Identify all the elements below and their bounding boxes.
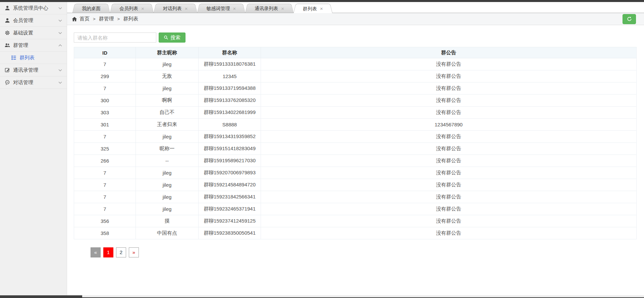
table-cell: jileg [136,167,199,179]
table-cell: 王者归来 [136,119,199,131]
tabs-container: 我的桌面会员列表×对话列表×敏感词管理×通讯录列表×群列表× [72,4,332,13]
table-cell: 没有群公告 [261,227,637,239]
table-header-row: ID群主昵称群名称群公告 [74,47,637,58]
pagination-page-2-button[interactable]: 2 [116,247,126,257]
table-cell: 没有群公告 [261,70,637,82]
table-cell: 摸 [136,215,199,227]
chevron-down-icon [58,18,62,23]
table-cell: 300 [74,95,136,107]
search-row: 搜索 [74,33,637,43]
pagination-page-1-button[interactable]: 1 [103,247,113,257]
table-cell: 303 [74,107,136,119]
table-cell: 266 [74,155,136,167]
table-cell: 群聊159237412459125 [199,215,261,227]
sidebar-item-group-management[interactable]: 群管理 [0,39,67,52]
scrollbar-thumb[interactable] [0,295,82,298]
refresh-button[interactable] [623,14,636,24]
table-cell: 群聊159232465371941 [199,203,261,215]
breadcrumb-separator: > [117,16,120,21]
search-input[interactable] [74,33,156,43]
table-row: 7jileg群聊159214584894720没有群公告 [74,179,637,191]
table-cell: 中国有点 [136,227,199,239]
table-cell: 群聊159207006979893 [199,167,261,179]
table-cell: 没有群公告 [261,155,637,167]
tab-close-icon[interactable]: × [320,6,323,11]
table-row: 7jileg群聊159232465371941没有群公告 [74,203,637,215]
home-icon [72,16,77,22]
table-row: 356摸群聊159237412459125没有群公告 [74,215,637,227]
content-area: 搜索 ID群主昵称群名称群公告 7jileg群聊159133318076381没… [67,25,644,257]
tab-sensitive-words[interactable]: 敏感词管理× [201,4,241,13]
sidebar-item-label: 通讯录管理 [13,67,38,73]
column-header: 群公告 [261,47,637,58]
table-cell: 群聊159231842566341 [199,191,261,203]
sidebar-item-member-management[interactable]: 会员管理 [0,14,67,27]
pagination: «12» [91,247,637,257]
pagination-next-button[interactable]: » [129,247,139,257]
table-cell: 7 [74,203,136,215]
tab-bar: 我的桌面会员列表×对话列表×敏感词管理×通讯录列表×群列表× [67,2,644,13]
breadcrumb-group-list: 群列表 [123,16,138,22]
table-cell: 群聊159133719594388 [199,82,261,95]
table-cell: 299 [74,70,136,82]
breadcrumb-group-management[interactable]: 群管理 [99,16,114,22]
table-cell: 群聊159238350050541 [199,227,261,239]
breadcrumb-home[interactable]: 首页 [79,16,90,22]
tab-label: 会员列表 [119,4,138,13]
search-button[interactable]: 搜索 [159,33,185,43]
search-icon [164,35,168,40]
table-cell: 7 [74,191,136,203]
chevron-down-icon [58,6,62,10]
sidebar-item-label: 群列表 [19,55,35,61]
table-cell: jileg [136,58,199,70]
breadcrumb-separator: > [93,16,96,21]
sidebar-item-admin-center[interactable]: 系统管理员中心 [0,2,67,14]
sidebar-menu: 系统管理员中心会员管理基础设置群管理群列表通讯录管理对话管理 [0,2,67,89]
table-cell: jileg [136,82,199,95]
tab-contacts-list[interactable]: 通讯录列表× [249,4,289,13]
table-cell: 没有群公告 [261,143,637,155]
table-row: 325昵称一群聊159151418283049没有群公告 [74,143,637,155]
tab-my-desktop[interactable]: 我的桌面 [76,4,106,13]
sidebar-item-contacts-management[interactable]: 通讯录管理 [0,64,67,76]
table-cell: 没有群公告 [261,131,637,143]
sidebar-item-group-list[interactable]: 群列表 [0,52,67,64]
horizontal-scrollbar[interactable] [0,295,644,298]
table-row: 7jileg群聊159133318076381没有群公告 [74,58,637,70]
tab-chat-list[interactable]: 对话列表× [158,4,193,13]
pagination-prev-button[interactable]: « [91,247,101,257]
tab-label: 对话列表 [163,4,182,13]
table-cell: 没有群公告 [261,167,637,179]
table-cell: jileg [136,203,199,215]
gear-icon [5,30,10,36]
tab-label: 敏感词管理 [207,4,230,13]
search-button-label: 搜索 [170,35,180,41]
tab-close-icon[interactable]: × [141,6,144,11]
list-icon [11,55,16,60]
user-icon [5,5,10,11]
top-strip [0,0,644,2]
tab-label: 通讯录列表 [255,4,278,13]
tab-member-list[interactable]: 会员列表× [114,4,150,13]
sidebar-item-basic-settings[interactable]: 基础设置 [0,27,67,39]
table-cell: 没有群公告 [261,82,637,95]
table-cell: 没有群公告 [261,95,637,107]
breadcrumb-bar: 首页 > 群管理 > 群列表 [67,13,644,25]
tab-close-icon[interactable]: × [185,6,188,11]
table-cell: 325 [74,143,136,155]
table-cell: 7 [74,167,136,179]
tab-close-icon[interactable]: × [233,6,236,11]
tab-label: 我的桌面 [82,4,101,13]
table-cell: 群聊159214584894720 [199,179,261,191]
sidebar-item-chat-management[interactable]: 对话管理 [0,76,67,89]
refresh-icon [627,16,632,21]
table-cell: 自己不 [136,107,199,119]
table-cell: jileg [136,191,199,203]
table-cell: 1234567890 [261,119,637,131]
table-cell: 群聊159151418283049 [199,143,261,155]
chat-icon [5,80,10,85]
tab-group-list[interactable]: 群列表× [298,4,328,13]
tab-close-icon[interactable]: × [281,6,284,11]
sidebar-item-label: 对话管理 [13,79,33,86]
breadcrumb: 首页 > 群管理 > 群列表 [72,16,138,22]
